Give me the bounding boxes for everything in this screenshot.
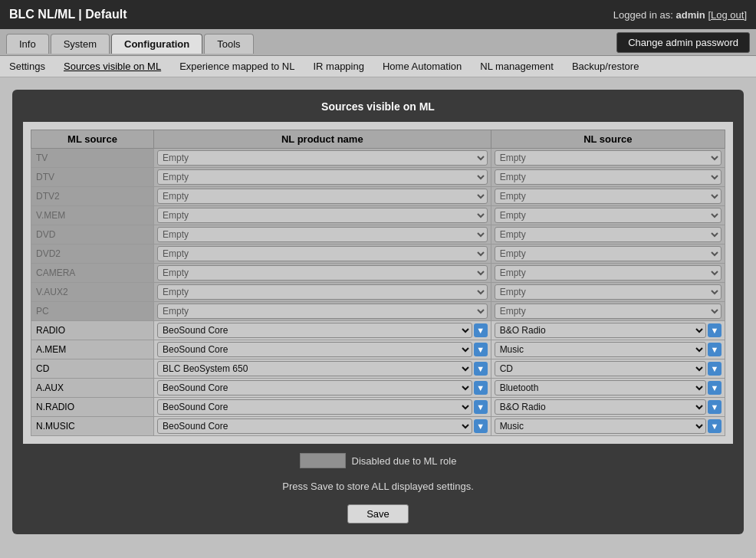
nl-product-select-empty[interactable]: Empty [157,246,488,261]
nl-product-cell[interactable]: BeoSound Core▼ [154,340,491,359]
nl-source-arrow[interactable]: ▼ [708,419,721,433]
nl-product-cell[interactable]: BLC BeoSystem 650▼ [154,359,491,379]
nl-product-select-empty[interactable]: Empty [157,189,488,204]
nl-source-select-empty[interactable]: Empty [495,169,721,185]
nl-source-cell: Empty [491,187,725,206]
nl-product-select[interactable]: BeoSound Core [157,419,472,434]
tab-system[interactable]: System [51,34,110,54]
table-row: A.AUXBeoSound Core▼Bluetooth▼ [31,379,725,398]
nl-source-cell: Empty [491,149,725,168]
nl-source-select-empty[interactable]: Empty [495,304,721,319]
subnav-backup-restore[interactable]: Backup/restore [569,59,642,74]
table-row: TVEmptyEmpty [31,149,725,168]
nl-product-arrow[interactable]: ▼ [474,343,488,356]
subnav-ir-mapping[interactable]: IR mapping [310,59,366,74]
nl-product-select-empty[interactable]: Empty [157,304,488,319]
login-text: Logged in as: [613,9,673,21]
nl-product-select-empty[interactable]: Empty [157,284,488,300]
table-row: CAMERAEmptyEmpty [31,264,725,283]
col-header-nl-product: NL product name [154,130,491,149]
subnav-nl-management[interactable]: NL management [477,59,557,74]
nl-product-select[interactable]: BeoSound Core [157,323,472,338]
nl-source-select-empty[interactable]: Empty [495,150,721,166]
table-row: DTV2EmptyEmpty [31,187,725,206]
nl-source-select[interactable]: CD [495,361,706,376]
nl-source-cell: Empty [491,168,725,187]
nl-product-cell[interactable]: BeoSound Core▼ [154,398,491,417]
nl-product-select-empty[interactable]: Empty [157,265,488,281]
table-row: DVD2EmptyEmpty [31,245,725,264]
nl-source-select-empty[interactable]: Empty [495,246,721,261]
table-row: RADIOBeoSound Core▼B&O Radio▼ [31,321,725,340]
ml-source-cell: CD [31,359,154,379]
table-body: TVEmptyEmptyDTVEmptyEmptyDTV2EmptyEmptyV… [31,149,725,436]
nl-product-select-empty[interactable]: Empty [157,150,488,166]
nl-product-select[interactable]: BeoSound Core [157,380,472,396]
nl-product-select-empty[interactable]: Empty [157,227,488,242]
nl-product-select[interactable]: BeoSound Core [157,399,472,415]
app-title: BLC NL/ML | Default [9,8,127,21]
nl-source-select-empty[interactable]: Empty [495,189,721,204]
nl-product-cell[interactable]: BeoSound Core▼ [154,379,491,398]
nl-source-select[interactable]: Music [495,342,706,357]
login-info: Logged in as: admin [Log out] [613,9,747,21]
footer-message: Press Save to store ALL displayed settin… [23,481,733,492]
nl-source-select-empty[interactable]: Empty [495,227,721,242]
table-row: N.RADIOBeoSound Core▼B&O Radio▼ [31,398,725,417]
legend-label: Disabled due to ML role [352,455,457,467]
ml-source-cell: A.MEM [31,340,154,359]
nl-product-select[interactable]: BLC BeoSystem 650 [157,361,472,376]
ml-source-cell: V.AUX2 [31,283,154,302]
subnav-experience-mapped[interactable]: Experience mapped to NL [176,59,297,74]
ml-source-cell: TV [31,149,154,168]
ml-source-cell: PC [31,302,154,321]
change-admin-password-button[interactable]: Change admin password [616,32,750,53]
nl-product-arrow[interactable]: ▼ [474,381,488,395]
ml-source-cell: DVD2 [31,245,154,264]
table-row: PCEmptyEmpty [31,302,725,321]
nl-product-cell: Empty [154,302,491,321]
tab-configuration[interactable]: Configuration [111,34,202,54]
nl-product-cell[interactable]: BeoSound Core▼ [154,321,491,340]
subnav-sources-visible[interactable]: Sources visible on ML [61,59,164,74]
ml-source-cell: RADIO [31,321,154,340]
nl-source-arrow[interactable]: ▼ [708,323,721,337]
nl-product-arrow[interactable]: ▼ [474,323,488,337]
nl-source-select-empty[interactable]: Empty [495,208,721,223]
tab-tools[interactable]: Tools [204,34,253,54]
nl-source-select[interactable]: B&O Radio [495,399,706,415]
nl-product-select-empty[interactable]: Empty [157,169,488,185]
nl-source-cell: Empty [491,302,725,321]
nl-source-cell[interactable]: Music▼ [491,340,725,359]
nl-source-cell[interactable]: B&O Radio▼ [491,398,725,417]
nl-source-select[interactable]: B&O Radio [495,323,706,338]
nl-product-arrow[interactable]: ▼ [474,400,488,414]
nl-source-arrow[interactable]: ▼ [708,381,721,395]
save-button[interactable]: Save [347,504,409,524]
nl-source-arrow[interactable]: ▼ [708,343,721,356]
nl-product-select[interactable]: BeoSound Core [157,342,472,357]
nl-source-select-empty[interactable]: Empty [495,265,721,281]
nl-source-cell: Empty [491,264,725,283]
nl-source-cell[interactable]: Music▼ [491,417,725,436]
subnav-home-automation[interactable]: Home Automation [380,59,465,74]
nl-product-select-empty[interactable]: Empty [157,208,488,223]
nl-source-cell: Empty [491,283,725,302]
nl-product-cell: Empty [154,225,491,245]
nl-source-cell[interactable]: Bluetooth▼ [491,379,725,398]
nl-source-select[interactable]: Music [495,419,706,434]
nl-source-select[interactable]: Bluetooth [495,380,706,396]
nl-source-cell[interactable]: CD▼ [491,359,725,379]
nl-source-select-empty[interactable]: Empty [495,284,721,300]
tab-info[interactable]: Info [6,34,49,54]
nl-product-cell[interactable]: BeoSound Core▼ [154,417,491,436]
nl-source-arrow[interactable]: ▼ [708,362,721,376]
subnav-settings[interactable]: Settings [6,59,48,74]
sources-container: Sources visible on ML ML source NL produ… [12,90,744,534]
nl-product-arrow[interactable]: ▼ [474,419,488,433]
nl-product-arrow[interactable]: ▼ [474,362,488,376]
ml-source-cell: DVD [31,225,154,245]
logout-link[interactable]: [Log out] [708,9,747,21]
nl-source-arrow[interactable]: ▼ [708,400,721,414]
nl-source-cell[interactable]: B&O Radio▼ [491,321,725,340]
